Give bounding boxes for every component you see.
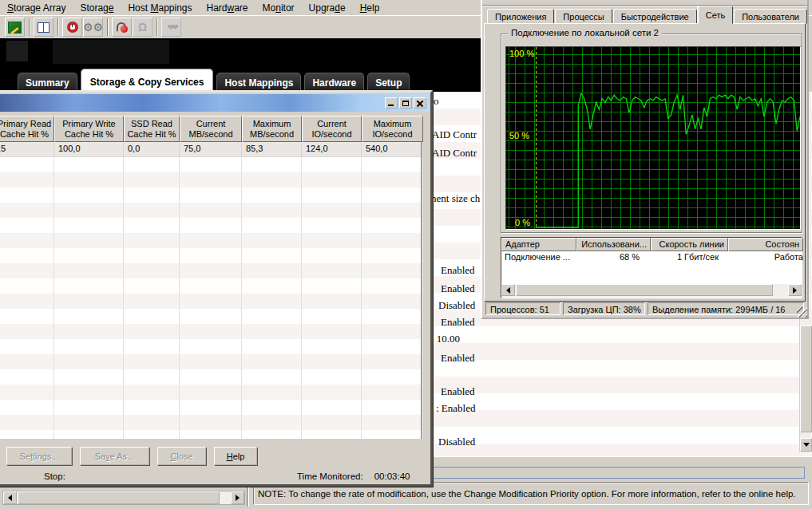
time-monitored: Time Monitored:00:03:40 (297, 472, 410, 481)
table-cell: ,5 (0, 142, 54, 156)
tab-host-mappings[interactable]: Host Mappings (216, 73, 301, 92)
property-fragment: Enabled (441, 264, 475, 277)
performance-dialog: Primary ReadCache Hit % Primary WriteCac… (0, 90, 433, 487)
chevron-down-icon (803, 443, 810, 450)
minimize-button[interactable] (385, 97, 398, 109)
time-monitored-value: 00:03:40 (374, 472, 410, 481)
recovery-button[interactable] (112, 18, 132, 37)
empty-column (180, 157, 242, 439)
property-fragment: Enabled (441, 352, 475, 365)
toolbar-separator (107, 18, 109, 36)
adapter-row[interactable]: Подключение ... 68 % 1 Гбит/сек Работа (501, 251, 802, 264)
column-header[interactable]: CurrentMB/second (180, 116, 242, 142)
menu-storage-array[interactable]: Storage Array (0, 1, 73, 15)
toolbar-separator (156, 18, 158, 36)
column-header[interactable]: MaximumMB/second (242, 116, 302, 142)
banner-logo-area (6, 41, 28, 61)
column-header-line: MB/second (250, 129, 294, 140)
property-fragment: Enabled (441, 316, 475, 329)
tab-users[interactable]: Пользователи (734, 9, 807, 24)
maximize-button[interactable] (399, 97, 412, 109)
panel-divider (247, 486, 249, 507)
tab-storage-copy-services[interactable]: Storage & Copy Services (81, 69, 214, 92)
adapter-list: Адаптер Использовани... Скорость линии С… (501, 237, 802, 298)
column-header[interactable]: Primary WriteCache Hit % (54, 116, 124, 142)
column-header-line: Maximum (374, 119, 412, 129)
table-row[interactable]: ,5 100,0 0,0 75,0 85,3 124,0 540,0 (0, 142, 421, 157)
column-header-link-speed[interactable]: Скорость линии (651, 238, 728, 251)
maximize-icon (402, 101, 409, 106)
scroll-down-button[interactable] (800, 438, 812, 452)
settings-button[interactable]: ⚙⚙ (83, 18, 103, 37)
view-book-icon (38, 22, 50, 33)
toolbar-separator (57, 18, 59, 36)
column-header[interactable]: MaximumIO/second (362, 116, 423, 142)
column-header-line: Current (317, 119, 347, 129)
networking-tab-page: Подключение по локальной сети 2 100 % 50… (484, 23, 806, 302)
vertical-scrollbar-thumb[interactable] (800, 326, 812, 432)
scroll-right-button[interactable] (231, 491, 244, 504)
table-cell: 540,0 (362, 142, 423, 156)
column-header-line: Cache Hit % (127, 129, 176, 140)
menu-hardware[interactable]: Hardware (200, 1, 255, 15)
scroll-left-button[interactable] (3, 491, 17, 504)
column-header[interactable]: Primary ReadCache Hit % (0, 116, 54, 142)
view-book-button[interactable] (34, 18, 53, 37)
y-axis-label-100: 100 % (509, 49, 534, 58)
task-manager-window: Приложения Процессы Быстродействие Сеть … (481, 0, 809, 319)
table-cell: 0,0 (124, 142, 180, 156)
support-button[interactable]: ❤❤ (161, 18, 181, 37)
resize-grip[interactable] (797, 307, 807, 318)
chevron-left-icon (503, 287, 510, 294)
performance-monitor-icon (67, 22, 78, 33)
empty-column (54, 157, 124, 439)
close-button[interactable] (414, 97, 426, 109)
tab-networking[interactable]: Сеть (698, 6, 733, 24)
adapter-scrollbar-thumb[interactable] (516, 284, 773, 296)
scrollbar-track[interactable] (773, 284, 788, 298)
tab-processes[interactable]: Процессы (555, 9, 612, 24)
help-button[interactable]: Help (214, 447, 257, 465)
manage-enclosure-button[interactable] (5, 18, 25, 37)
horizontal-scrollbar-thumb[interactable] (18, 491, 220, 504)
tab-applications[interactable]: Приложения (487, 9, 554, 24)
column-header-utilization[interactable]: Использовани... (576, 238, 651, 251)
column-header-line: SSD Read (131, 119, 172, 129)
column-header-adapter[interactable]: Адаптер (501, 238, 576, 251)
tab-setup[interactable]: Setup (367, 73, 410, 92)
lan-connection-title: Подключение по локальной сети 2 (508, 28, 662, 37)
menu-help[interactable]: Help (353, 1, 387, 15)
status-memory: Выделение памяти: 2994МБ / 16 (648, 302, 804, 315)
adapter-state-cell: Работа (728, 251, 803, 264)
tab-hardware[interactable]: Hardware (304, 73, 364, 92)
column-header[interactable]: CurrentIO/second (302, 116, 362, 142)
dialog-title-bar[interactable] (0, 94, 429, 112)
property-fragment: o (434, 95, 439, 108)
table-cell: 85,3 (242, 142, 302, 156)
chevron-right-icon (793, 287, 800, 294)
scroll-right-button[interactable] (788, 284, 802, 296)
alert-bell-icon: Ω (138, 22, 147, 33)
menu-storage[interactable]: Storage (73, 1, 121, 15)
property-fragment: : Enabled (436, 402, 475, 415)
menu-monitor[interactable]: Monitor (255, 1, 302, 15)
tab-performance[interactable]: Быстродействие (613, 9, 697, 24)
scroll-left-button[interactable] (501, 284, 515, 296)
tab-summary[interactable]: Summary (18, 73, 77, 92)
note-text: NOTE: To change the rate of modification… (258, 489, 796, 499)
save-as-button[interactable]: Save As... (80, 447, 149, 465)
adapter-scrollbar[interactable] (501, 284, 802, 298)
scrollbar-track[interactable] (220, 491, 231, 504)
horizontal-scrollbar[interactable] (2, 491, 245, 505)
settings-button[interactable]: Settings... (6, 447, 72, 465)
column-header-state[interactable]: Состоян (728, 238, 803, 251)
column-header[interactable]: SSD ReadCache Hit % (124, 116, 180, 142)
table-cell: 124,0 (302, 142, 362, 156)
menu-host-mappings[interactable]: Host Mappings (121, 1, 199, 15)
minimize-icon (388, 105, 394, 106)
menu-upgrade[interactable]: Upgrade (302, 1, 353, 15)
column-header-line: MB/second (188, 129, 232, 140)
alerts-button[interactable]: Ω (133, 18, 152, 37)
performance-monitor-button[interactable] (62, 18, 82, 37)
close-dialog-button[interactable]: Close (157, 447, 206, 465)
